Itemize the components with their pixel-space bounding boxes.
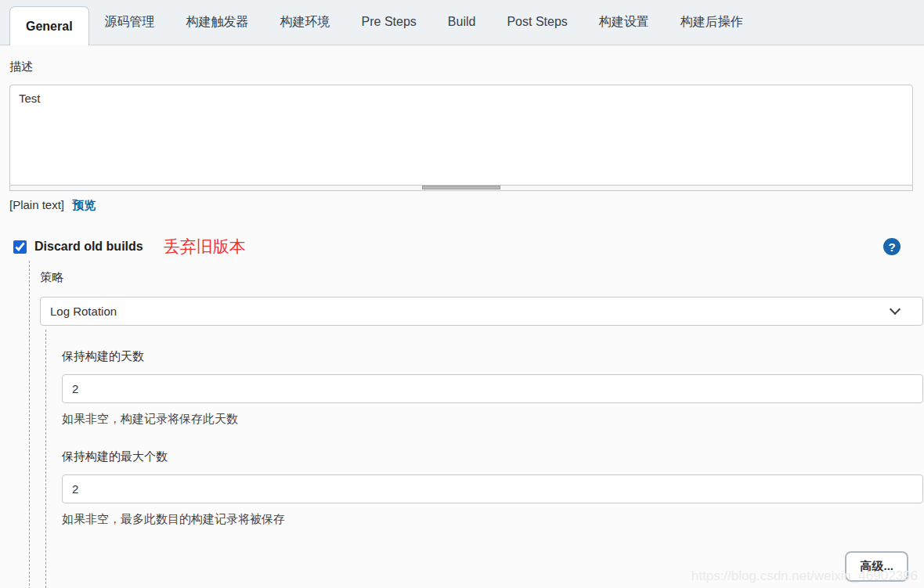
tab-build[interactable]: Build [432, 0, 492, 45]
strategy-select-wrap: Log Rotation [40, 297, 913, 326]
preview-link[interactable]: 预览 [72, 198, 96, 211]
description-textarea[interactable]: Test [9, 85, 913, 186]
config-tab-bar: General 源码管理 构建触发器 构建环境 Pre Steps Build … [0, 0, 924, 45]
strategy-select[interactable]: Log Rotation [40, 297, 923, 326]
resize-grip-icon [422, 186, 500, 189]
days-to-keep-input[interactable] [62, 374, 923, 403]
days-to-keep-help: 如果非空，构建记录将保存此天数 [62, 412, 913, 427]
text-mode-label: [Plain text] [9, 198, 64, 211]
discard-old-builds-label: Discard old builds [34, 240, 143, 254]
tab-post-steps[interactable]: Post Steps [491, 0, 583, 45]
tab-source-management[interactable]: 源码管理 [89, 0, 171, 45]
tab-general[interactable]: General [9, 6, 89, 45]
general-tab-panel: 描述 Test [Plain text] 预览 Discard old buil… [0, 45, 924, 588]
log-rotation-section: 保持构建的天数 如果非空，构建记录将保存此天数 保持构建的最大个数 如果非空，最… [45, 330, 913, 588]
tab-build-settings[interactable]: 构建设置 [583, 0, 665, 45]
preview-row: [Plain text] 预览 [9, 198, 913, 213]
textarea-resize-handle[interactable] [9, 186, 913, 191]
max-builds-label: 保持构建的最大个数 [62, 449, 913, 464]
max-builds-help: 如果非空，最多此数目的构建记录将被保存 [62, 512, 913, 527]
discard-old-builds-section: 策略 Log Rotation 保持构建的天数 如果非空，构建记录将保存此天数 … [29, 261, 913, 588]
advanced-button[interactable]: 高级... [845, 551, 908, 582]
tab-pre-steps[interactable]: Pre Steps [346, 0, 432, 45]
days-to-keep-label: 保持构建的天数 [62, 349, 913, 364]
tab-post-build-actions[interactable]: 构建后操作 [665, 0, 759, 45]
discard-annotation-text: 丢弃旧版本 [164, 236, 246, 258]
advanced-row: 高级... [62, 551, 908, 582]
discard-old-builds-checkbox[interactable] [13, 240, 27, 254]
discard-old-builds-row: Discard old builds 丢弃旧版本 ? [9, 236, 913, 258]
tab-build-environment[interactable]: 构建环境 [265, 0, 346, 45]
description-label: 描述 [9, 60, 913, 74]
max-builds-input[interactable] [62, 474, 923, 503]
help-icon[interactable]: ? [883, 238, 901, 255]
strategy-label: 策略 [40, 270, 913, 285]
tab-build-triggers[interactable]: 构建触发器 [171, 0, 265, 45]
